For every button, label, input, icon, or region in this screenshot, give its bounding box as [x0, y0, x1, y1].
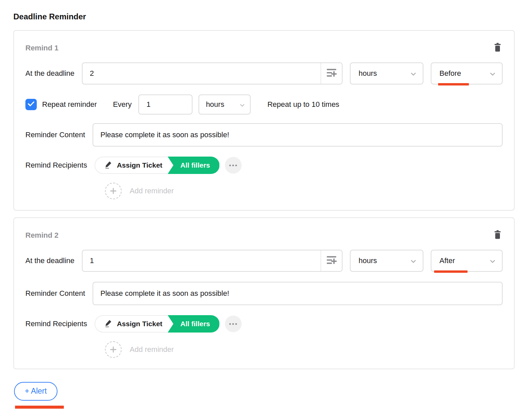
reminder-card-2: Remind 2 At the deadline [13, 217, 515, 369]
trash-icon [493, 230, 502, 240]
trash-icon [493, 43, 502, 53]
deadline-row: At the deadline hours [25, 62, 503, 84]
more-options-button[interactable] [225, 157, 242, 174]
deadline-direction-select[interactable]: After [431, 250, 503, 272]
content-label: Reminder Content [25, 289, 85, 298]
add-to-list-icon [326, 255, 337, 267]
deadline-input-group [82, 62, 343, 84]
recipient-scope-badge[interactable]: All fillers [168, 315, 220, 333]
annotation-underline [15, 406, 64, 409]
reminder-content-input[interactable] [93, 123, 503, 147]
repeat-row: Repeat reminder Every hours Repeat up to… [25, 94, 503, 115]
repeat-unit-select[interactable]: hours [199, 94, 251, 115]
repeat-checkbox[interactable] [25, 99, 37, 110]
recipient-tag-label: Assign Ticket [117, 161, 162, 169]
add-alert-button[interactable]: + Alert [14, 382, 57, 401]
deadline-direction-select[interactable]: Before [431, 62, 503, 84]
delete-reminder-button[interactable] [493, 229, 503, 241]
chevron-down-icon [240, 100, 245, 109]
selected-repeat-unit: hours [206, 100, 224, 109]
reminder-card-1: Remind 1 At the deadline [13, 30, 515, 211]
deadline-value-input[interactable] [83, 63, 320, 84]
check-icon [28, 101, 34, 108]
card-header: Remind 1 [25, 42, 503, 54]
add-reminder-label: Add reminder [130, 345, 174, 354]
recipient-tag-name[interactable]: Assign Ticket [95, 157, 178, 174]
recipient-tag[interactable]: Assign Ticket All fillers [95, 157, 220, 174]
recipient-tag-label: Assign Ticket [117, 320, 162, 328]
delete-reminder-button[interactable] [493, 42, 503, 54]
recipients-row: Remind Recipients Assign Ticket All fill… [25, 315, 503, 333]
selected-unit: hours [359, 69, 377, 78]
card-header: Remind 2 [25, 229, 503, 241]
deadline-reminder-panel: Deadline Reminder Remind 1 At the deadli… [0, 0, 528, 409]
edit-pencil-icon [104, 160, 113, 171]
ellipsis-icon [229, 323, 237, 325]
deadline-unit-select[interactable]: hours [350, 62, 423, 84]
add-reminder-button[interactable]: Add reminder [105, 183, 503, 199]
deadline-row: At the deadline hours [25, 250, 503, 272]
selected-direction: Before [439, 69, 461, 78]
content-row: Reminder Content [25, 123, 503, 147]
insert-field-button[interactable] [320, 63, 342, 84]
annotation-underline [434, 270, 468, 273]
chevron-down-icon [411, 256, 416, 265]
deadline-value-input[interactable] [83, 250, 320, 271]
recipient-tag[interactable]: Assign Ticket All fillers [95, 315, 220, 333]
recipient-scope-badge[interactable]: All fillers [168, 157, 220, 174]
content-label: Reminder Content [25, 131, 85, 139]
plus-circle-icon [105, 183, 122, 199]
reminder-content-input[interactable] [93, 282, 503, 305]
reminder-title: Remind 1 [25, 44, 58, 52]
deadline-label: At the deadline [25, 69, 75, 78]
reminder-title: Remind 2 [25, 231, 58, 240]
add-to-list-icon [326, 67, 337, 80]
recipients-row: Remind Recipients Assign Ticket All fill… [25, 157, 503, 174]
repeat-interval-input[interactable] [138, 94, 192, 115]
content-row: Reminder Content [25, 282, 503, 305]
insert-field-button[interactable] [320, 250, 342, 271]
deadline-input-group [82, 250, 343, 272]
add-reminder-label: Add reminder [130, 187, 174, 195]
page-title: Deadline Reminder [13, 12, 515, 21]
plus-circle-icon [105, 341, 122, 358]
edit-pencil-icon [104, 319, 113, 329]
chevron-down-icon [490, 69, 495, 78]
repeat-limit-note: Repeat up to 10 times [267, 100, 339, 109]
selected-unit: hours [359, 256, 377, 265]
chevron-down-icon [411, 69, 416, 78]
every-label: Every [113, 100, 132, 109]
more-options-button[interactable] [225, 316, 242, 332]
recipients-label: Remind Recipients [25, 320, 87, 328]
recipient-tag-name[interactable]: Assign Ticket [95, 315, 178, 333]
repeat-label: Repeat reminder [42, 100, 97, 109]
deadline-label: At the deadline [25, 256, 75, 265]
ellipsis-icon [229, 165, 237, 166]
selected-direction: After [439, 256, 455, 265]
annotation-underline [438, 83, 469, 85]
recipients-label: Remind Recipients [25, 161, 87, 170]
deadline-unit-select[interactable]: hours [350, 250, 423, 272]
add-reminder-button[interactable]: Add reminder [105, 341, 503, 358]
panel-footer: + Alert [14, 382, 515, 409]
chevron-down-icon [490, 256, 495, 265]
